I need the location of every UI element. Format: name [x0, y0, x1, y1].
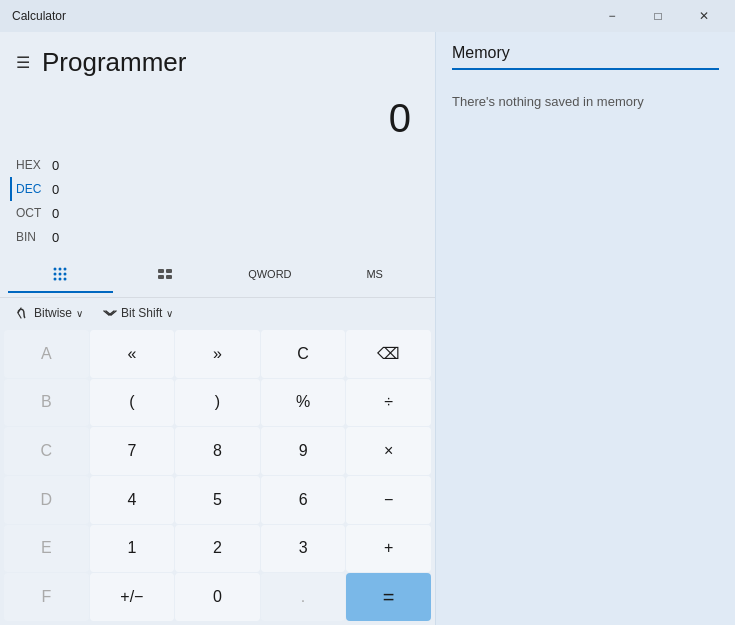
button-dot: . [261, 573, 346, 621]
app-title: Programmer [42, 47, 186, 78]
bitshift-button[interactable]: Bit Shift ∨ [95, 302, 181, 324]
button-6[interactable]: 6 [261, 476, 346, 524]
mode-ms[interactable]: MS [322, 257, 427, 293]
svg-point-3 [54, 273, 57, 276]
bitwise-chevron: ∨ [76, 308, 83, 319]
minimize-button[interactable]: − [589, 0, 635, 32]
svg-point-8 [64, 278, 67, 281]
app-title-bar-label: Calculator [12, 9, 66, 23]
bitwise-icon [16, 306, 30, 320]
button-8[interactable]: 8 [175, 427, 260, 475]
button-F: F [4, 573, 89, 621]
memory-header: Memory [452, 44, 719, 70]
radix-label-bin: BIN [16, 230, 52, 244]
menu-icon[interactable]: ☰ [16, 53, 30, 72]
radix-rows: HEX 0 DEC 0 OCT 0 BIN 0 [0, 149, 435, 253]
svg-point-0 [54, 268, 57, 271]
button-sub[interactable]: − [346, 476, 431, 524]
button-B: B [4, 379, 89, 427]
svg-rect-11 [158, 275, 164, 279]
button-plusminus[interactable]: +/− [90, 573, 175, 621]
title-bar: Calculator − □ ✕ [0, 0, 735, 32]
svg-rect-9 [158, 269, 164, 273]
button-E: E [4, 525, 89, 573]
button-equals[interactable]: = [346, 573, 431, 621]
bit-bar: Bitwise ∨ Bit Shift ∨ [0, 298, 435, 328]
radix-label-dec: DEC [16, 182, 52, 196]
button-lparen[interactable]: ( [90, 379, 175, 427]
button-lshift[interactable]: « [90, 330, 175, 378]
svg-point-1 [59, 268, 62, 271]
mode-qword[interactable]: QWORD [218, 257, 323, 293]
calculator-grid: A«»C⌫B()%÷C789×D456−E123+F+/−0.= [0, 328, 435, 625]
svg-point-2 [64, 268, 67, 271]
button-4[interactable]: 4 [90, 476, 175, 524]
button-C_btn: C [4, 427, 89, 475]
radix-label-oct: OCT [16, 206, 52, 220]
button-9[interactable]: 9 [261, 427, 346, 475]
radix-value-oct: 0 [52, 206, 59, 221]
svg-rect-10 [166, 269, 172, 273]
radix-value-hex: 0 [52, 158, 59, 173]
main-area: ☰ Programmer 0 HEX 0 DEC 0 OCT 0 BIN 0 [0, 32, 735, 625]
memory-panel: Memory There's nothing saved in memory [435, 32, 735, 625]
svg-point-7 [59, 278, 62, 281]
radix-row-hex[interactable]: HEX 0 [16, 153, 419, 177]
svg-rect-12 [166, 275, 172, 279]
radix-row-oct[interactable]: OCT 0 [16, 201, 419, 225]
window-controls: − □ ✕ [589, 0, 727, 32]
qword-label: QWORD [248, 268, 291, 280]
display-area: 0 [0, 92, 435, 149]
restore-button[interactable]: □ [635, 0, 681, 32]
button-7[interactable]: 7 [90, 427, 175, 475]
button-2[interactable]: 2 [175, 525, 260, 573]
button-backspace[interactable]: ⌫ [346, 330, 431, 378]
svg-point-4 [59, 273, 62, 276]
button-rparen[interactable]: ) [175, 379, 260, 427]
radix-label-hex: HEX [16, 158, 52, 172]
button-rshift[interactable]: » [175, 330, 260, 378]
bitshift-chevron: ∨ [166, 308, 173, 319]
bitshift-label: Bit Shift [121, 306, 162, 320]
button-C[interactable]: C [261, 330, 346, 378]
bitshift-icon [103, 306, 117, 320]
button-1[interactable]: 1 [90, 525, 175, 573]
button-3[interactable]: 3 [261, 525, 346, 573]
button-mod[interactable]: % [261, 379, 346, 427]
bitwise-label: Bitwise [34, 306, 72, 320]
mode-bit-toggle[interactable] [113, 257, 218, 293]
digit-group-icon [51, 265, 69, 283]
mode-bar: QWORD MS [0, 253, 435, 298]
button-add[interactable]: + [346, 525, 431, 573]
ms-label: MS [366, 268, 383, 280]
button-mul[interactable]: × [346, 427, 431, 475]
close-button[interactable]: ✕ [681, 0, 727, 32]
radix-row-dec[interactable]: DEC 0 [10, 177, 419, 201]
radix-row-bin[interactable]: BIN 0 [16, 225, 419, 249]
svg-point-6 [54, 278, 57, 281]
app-header: ☰ Programmer [0, 32, 435, 92]
button-div[interactable]: ÷ [346, 379, 431, 427]
left-panel: ☰ Programmer 0 HEX 0 DEC 0 OCT 0 BIN 0 [0, 32, 435, 625]
button-A: A [4, 330, 89, 378]
bitwise-button[interactable]: Bitwise ∨ [8, 302, 91, 324]
button-5[interactable]: 5 [175, 476, 260, 524]
display-value: 0 [16, 96, 419, 141]
button-D: D [4, 476, 89, 524]
svg-point-5 [64, 273, 67, 276]
memory-empty-message: There's nothing saved in memory [452, 94, 719, 109]
bit-toggle-icon [156, 265, 174, 283]
radix-value-bin: 0 [52, 230, 59, 245]
radix-value-dec: 0 [52, 182, 59, 197]
mode-digit-group[interactable] [8, 257, 113, 293]
button-0[interactable]: 0 [175, 573, 260, 621]
